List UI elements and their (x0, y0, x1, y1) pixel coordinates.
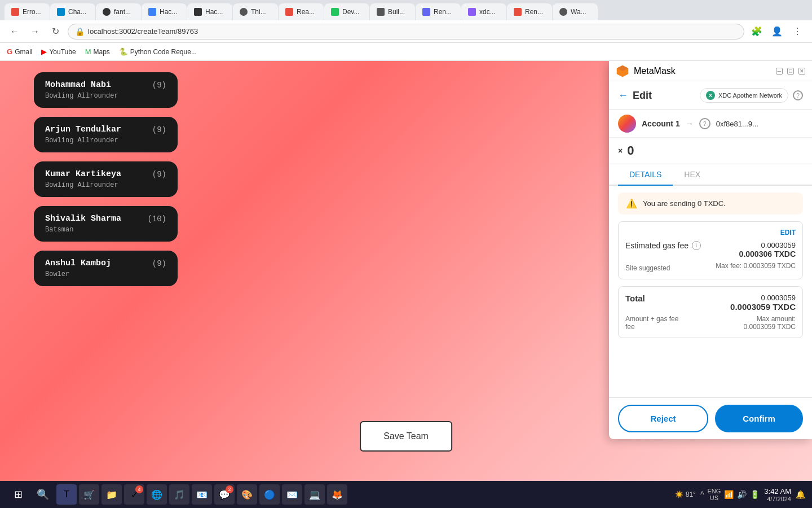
player-name-2: Kumar Kartikeya (9) (45, 169, 166, 179)
player-role-2: Bowling Allrounder (45, 181, 166, 189)
taskbar-app-vscode[interactable]: 💻 (304, 484, 325, 505)
bookmark-maps-label: Maps (93, 48, 109, 56)
metamask-fee-info-icon[interactable]: i (692, 241, 701, 250)
metamask-close-button[interactable]: ✕ (798, 68, 805, 75)
metamask-zero-section: × 0 (609, 138, 812, 164)
taskbar-app-edge[interactable]: 🌐 (147, 484, 167, 505)
metamask-account-name: Account 1 (642, 119, 680, 128)
taskbar-clock: 3:42 AM 4/7/2024 (764, 487, 791, 502)
metamask-maximize-button[interactable]: □ (787, 68, 794, 75)
player-card-2[interactable]: Kumar Kartikeya (9) Bowling Allrounder (34, 161, 178, 197)
taskbar-notification-icon[interactable]: 🔔 (796, 490, 805, 499)
metamask-reject-button[interactable]: Reject (618, 405, 708, 432)
taskbar-app-files[interactable]: 📁 (102, 484, 122, 505)
player-role-1: Bowling Allrounder (45, 137, 166, 144)
taskbar-wifi-icon: 📶 (724, 490, 734, 499)
bookmark-python[interactable]: 🐍 Python Code Reque... (119, 47, 197, 56)
taskbar-right: ☀️ 81° ^ ENGUS 📶 🔊 🔋 3:42 AM 4/7/2024 🔔 (675, 487, 805, 502)
metamask-network-badge[interactable]: X XDC Apothem Network (700, 88, 788, 103)
extensions-button[interactable]: 🧩 (749, 24, 765, 40)
metamask-tab-hex[interactable]: HEX (673, 164, 712, 186)
metamask-x-icon: × (618, 146, 623, 155)
taskbar-app-whatsapp[interactable]: 💬 2 (214, 484, 235, 505)
metamask-amount-gas-label: Amount + gas fee fee (625, 315, 678, 331)
metamask-window-buttons: ─ □ ✕ (776, 68, 805, 75)
player-card-1[interactable]: Arjun Tendulkar (9) Bowling Allrounder (34, 117, 178, 152)
player-name-1: Arjun Tendulkar (9) (45, 125, 166, 134)
metamask-site-suggested: Site suggested (625, 264, 670, 272)
tab-13[interactable]: Wa... (553, 3, 598, 20)
bookmark-youtube[interactable]: ▶ YouTube (41, 47, 76, 56)
taskbar-app-metamask[interactable]: 🦊 (327, 484, 347, 505)
metamask-total-secondary: 0.0003059 TXDC (730, 302, 796, 312)
player-card-3[interactable]: Shivalik Sharma (10) Batsman (34, 206, 178, 242)
metamask-warning: ⚠️ You are sending 0 TXDC. (618, 192, 803, 214)
metamask-back-button[interactable]: ← (618, 90, 628, 102)
player-card-4[interactable]: Anshul Kamboj (9) Bowler (34, 251, 178, 286)
metamask-total-label: Total (625, 294, 645, 303)
player-name-4: Anshul Kamboj (9) (45, 259, 166, 268)
taskbar-app-chrome[interactable]: 🔵 (259, 484, 280, 505)
metamask-address-text: 0xf8e81...9... (716, 120, 758, 128)
save-team-button[interactable]: Save Team (360, 421, 452, 452)
tab-9[interactable]: Buil... (370, 3, 415, 20)
taskbar-app-figma[interactable]: 🎨 (237, 484, 257, 505)
metamask-minimize-button[interactable]: ─ (776, 68, 783, 75)
taskbar-app-mail[interactable]: ✉️ (282, 484, 302, 505)
metamask-tab-details[interactable]: DETAILS (618, 164, 673, 186)
taskbar-battery-icon: 🔋 (750, 490, 760, 499)
taskbar-weather: ☀️ 81° (675, 491, 696, 498)
metamask-zero-value: 0 (627, 143, 634, 158)
metamask-fee-max: Max fee: 0.0003059 TXDC (716, 262, 796, 272)
metamask-total-values: 0.0003059 0.0003059 TXDC (730, 294, 796, 312)
taskbar-speaker-icon: 🔊 (737, 490, 747, 499)
player-card-0[interactable]: Mohammad Nabi (9) Bowling Allrounder (34, 72, 178, 108)
metamask-info-icon[interactable]: ? (793, 90, 803, 100)
metamask-total-sub: Amount + gas fee fee Max amount: 0.00030… (625, 315, 796, 331)
tab-4[interactable]: Hac... (142, 3, 187, 20)
forward-button[interactable]: → (27, 24, 43, 40)
url-bar[interactable]: 🔒 localhost:3002/createTeam/89763 (68, 24, 744, 40)
tab-8[interactable]: Dev... (324, 3, 369, 20)
taskbar-date: 4/7/2024 (764, 496, 791, 502)
profile-button[interactable]: 👤 (769, 24, 785, 40)
back-button[interactable]: ← (7, 24, 23, 40)
taskbar-chevron-icon[interactable]: ^ (700, 490, 704, 499)
nav-bar: ← → ↻ 🔒 localhost:3002/createTeam/89763 … (0, 20, 812, 43)
tab-7[interactable]: Rea... (279, 3, 324, 20)
tab-bar: Erro... Cha... fant... Hac... Hac... Thi… (0, 0, 812, 20)
tab-5[interactable]: Hac... (187, 3, 232, 20)
tab-10[interactable]: Ren... (416, 3, 461, 20)
metamask-confirm-button[interactable]: Confirm (715, 405, 803, 432)
metamask-network-icon: X (706, 91, 715, 100)
tab-1[interactable]: Erro... (5, 3, 50, 20)
bookmarks-bar: G Gmail ▶ YouTube M Maps 🐍 Python Code R… (0, 43, 812, 61)
start-button[interactable]: ⊞ (7, 483, 29, 506)
tab-2[interactable]: Cha... (50, 3, 95, 20)
taskbar-app-teams[interactable]: T (56, 484, 77, 505)
taskbar: ⊞ 🔍 T 🛒 📁 ✓ 4 🌐 🎵 📧 (0, 481, 812, 508)
taskbar-app-todo[interactable]: ✓ 4 (124, 484, 144, 505)
url-text: localhost:3002/createTeam/89763 (88, 27, 198, 36)
metamask-fee-edit[interactable]: EDIT (625, 229, 796, 237)
search-button[interactable]: 🔍 (32, 483, 54, 506)
taskbar-app-winamp[interactable]: 🎵 (169, 484, 189, 505)
tab-6[interactable]: Thi... (233, 3, 278, 20)
refresh-button[interactable]: ↻ (47, 24, 63, 40)
taskbar-app-outlook[interactable]: 📧 (192, 484, 212, 505)
player-list: Mohammad Nabi (9) Bowling Allrounder Arj… (34, 61, 178, 297)
metamask-warning-icon: ⚠️ (626, 198, 637, 209)
player-role-4: Bowler (45, 270, 166, 278)
tab-12[interactable]: Ren... (507, 3, 552, 20)
bookmark-maps[interactable]: M Maps (85, 47, 110, 56)
nav-icons: 🧩 👤 ⋮ (749, 24, 805, 40)
metamask-fee-primary: 0.0003059 (739, 241, 796, 249)
tab-3[interactable]: fant... (96, 3, 141, 20)
menu-button[interactable]: ⋮ (789, 24, 805, 40)
metamask-fee-label-text: Estimated gas fee (625, 241, 689, 250)
bookmark-gmail[interactable]: G Gmail (7, 47, 32, 56)
taskbar-app-store[interactable]: 🛒 (79, 484, 99, 505)
metamask-total-primary: 0.0003059 (730, 294, 796, 302)
tab-11[interactable]: xdc... (461, 3, 506, 20)
taskbar-left: ⊞ 🔍 T 🛒 📁 ✓ 4 🌐 🎵 📧 (7, 483, 347, 506)
